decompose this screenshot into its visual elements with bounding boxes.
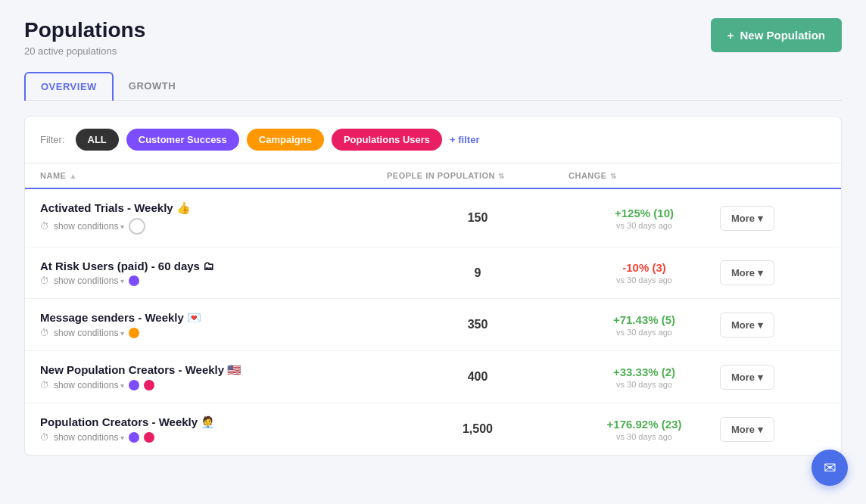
- filter-populations-users-button[interactable]: Populations Users: [332, 129, 442, 151]
- change-value: +125% (10): [569, 207, 720, 219]
- row-conditions: ⏱show conditions ▾: [40, 380, 387, 390]
- change-cell: +33.33% (2)vs 30 days ago: [569, 366, 720, 389]
- more-button[interactable]: More▾: [720, 417, 774, 442]
- row-name-cell: At Risk Users (paid) - 60 days 🗂⏱show co…: [40, 260, 387, 286]
- color-dot: [144, 380, 154, 390]
- show-conditions-button[interactable]: show conditions ▾: [54, 328, 124, 338]
- sort-change-icon[interactable]: ⇅: [610, 172, 617, 180]
- header-row: Populations 20 active populations + New …: [24, 18, 842, 57]
- change-value: +33.33% (2): [569, 366, 720, 378]
- tab-overview[interactable]: OVERVIEW: [24, 72, 114, 101]
- table-body: Activated Trials - Weekly 👍⏱show conditi…: [25, 189, 841, 455]
- more-button[interactable]: More▾: [720, 206, 774, 231]
- clock-icon: ⏱: [40, 221, 49, 232]
- row-conditions: ⏱show conditions ▾: [40, 328, 387, 338]
- more-cell: More▾: [720, 260, 826, 285]
- show-conditions-button[interactable]: show conditions ▾: [54, 380, 124, 390]
- more-label: More: [731, 267, 755, 278]
- page-title: Populations: [24, 18, 145, 42]
- tabs-row: OVERVIEW GROWTH: [24, 72, 842, 101]
- change-cell: +176.92% (23)vs 30 days ago: [569, 418, 720, 441]
- filter-campaigns-button[interactable]: Campaigns: [247, 129, 324, 151]
- clock-icon: ⏱: [40, 380, 49, 390]
- row-name: Activated Trials - Weekly 👍: [40, 201, 387, 215]
- row-conditions: ⏱show conditions ▾: [40, 275, 387, 286]
- more-label: More: [731, 213, 755, 224]
- tab-growth[interactable]: GROWTH: [114, 72, 191, 100]
- vs-label: vs 30 days ago: [569, 380, 720, 389]
- more-button[interactable]: More▾: [720, 313, 774, 338]
- page-container: Populations 20 active populations + New …: [0, 0, 866, 504]
- chat-icon: ✉: [824, 459, 836, 477]
- new-population-label: New Population: [740, 29, 826, 42]
- toggle-circle[interactable]: [129, 218, 145, 235]
- clock-icon: ⏱: [40, 328, 49, 338]
- people-count: 350: [387, 318, 569, 331]
- color-dot: [129, 380, 139, 390]
- filter-more-button[interactable]: + filter: [450, 134, 479, 145]
- table-row: Message senders - Weekly 💌⏱show conditio…: [25, 299, 841, 351]
- filter-all-button[interactable]: ALL: [76, 129, 119, 151]
- more-label: More: [731, 424, 755, 435]
- row-conditions: ⏱show conditions ▾: [40, 432, 387, 443]
- row-name: New Population Creators - Weekly 🇺🇸: [40, 363, 387, 377]
- header-actions: [720, 171, 826, 180]
- color-dot: [129, 328, 139, 338]
- change-cell: +71.43% (5)vs 30 days ago: [569, 313, 720, 337]
- more-label: More: [731, 319, 755, 331]
- header-people: PEOPLE IN POPULATION ⇅: [387, 171, 569, 180]
- show-conditions-button[interactable]: show conditions ▾: [54, 221, 124, 232]
- filter-customer-success-button[interactable]: Customer Success: [126, 129, 239, 151]
- vs-label: vs 30 days ago: [569, 275, 720, 285]
- page-header: Populations 20 active populations: [24, 18, 145, 57]
- table-row: New Population Creators - Weekly 🇺🇸⏱show…: [25, 351, 841, 403]
- more-button[interactable]: More▾: [720, 365, 774, 390]
- more-cell: More▾: [720, 365, 826, 390]
- change-value: +71.43% (5): [569, 313, 720, 326]
- header-name: NAME ▲: [40, 171, 387, 180]
- color-dot: [129, 275, 139, 286]
- show-conditions-button[interactable]: show conditions ▾: [54, 432, 124, 443]
- show-conditions-button[interactable]: show conditions ▾: [54, 275, 124, 286]
- people-count: 9: [387, 266, 569, 280]
- people-count: 400: [387, 370, 569, 384]
- row-name-cell: Population Creators - Weekly 🧑‍💼⏱show co…: [40, 415, 387, 443]
- color-dot: [129, 432, 139, 443]
- clock-icon: ⏱: [40, 432, 49, 443]
- more-chevron-icon: ▾: [758, 267, 763, 278]
- change-value: +176.92% (23): [569, 418, 720, 431]
- more-chevron-icon: ▾: [758, 213, 763, 224]
- filter-row: Filter: ALL Customer Success Campaigns P…: [25, 117, 841, 163]
- table-row: At Risk Users (paid) - 60 days 🗂⏱show co…: [25, 247, 841, 299]
- table-row: Population Creators - Weekly 🧑‍💼⏱show co…: [25, 403, 841, 455]
- row-name-cell: New Population Creators - Weekly 🇺🇸⏱show…: [40, 363, 387, 390]
- more-cell: More▾: [720, 417, 826, 442]
- main-card: Filter: ALL Customer Success Campaigns P…: [24, 116, 842, 456]
- change-cell: +125% (10)vs 30 days ago: [569, 207, 720, 230]
- table-header: NAME ▲ PEOPLE IN POPULATION ⇅ CHANGE ⇅: [25, 163, 841, 189]
- chat-fab[interactable]: ✉: [811, 450, 848, 486]
- more-label: More: [731, 372, 755, 383]
- chevron-down-icon: ▾: [118, 277, 124, 285]
- row-name: At Risk Users (paid) - 60 days 🗂: [40, 260, 387, 272]
- new-population-button[interactable]: + New Population: [711, 18, 842, 52]
- sort-people-icon[interactable]: ⇅: [498, 172, 505, 180]
- chevron-down-icon: ▾: [118, 434, 124, 442]
- more-cell: More▾: [720, 313, 826, 338]
- more-button[interactable]: More▾: [720, 260, 774, 285]
- row-name: Population Creators - Weekly 🧑‍💼: [40, 415, 387, 429]
- more-chevron-icon: ▾: [758, 372, 763, 383]
- chevron-down-icon: ▾: [118, 329, 124, 338]
- more-chevron-icon: ▾: [758, 424, 763, 435]
- more-chevron-icon: ▾: [758, 319, 763, 331]
- clock-icon: ⏱: [40, 275, 49, 286]
- table-row: Activated Trials - Weekly 👍⏱show conditi…: [25, 189, 841, 247]
- row-conditions: ⏱show conditions ▾: [40, 218, 387, 235]
- chevron-down-icon: ▾: [118, 381, 124, 390]
- color-dot: [144, 432, 154, 443]
- row-name-cell: Activated Trials - Weekly 👍⏱show conditi…: [40, 201, 387, 235]
- chevron-down-icon: ▾: [118, 222, 124, 231]
- vs-label: vs 30 days ago: [569, 328, 720, 337]
- sort-name-icon[interactable]: ▲: [69, 172, 76, 180]
- row-name-cell: Message senders - Weekly 💌⏱show conditio…: [40, 311, 387, 338]
